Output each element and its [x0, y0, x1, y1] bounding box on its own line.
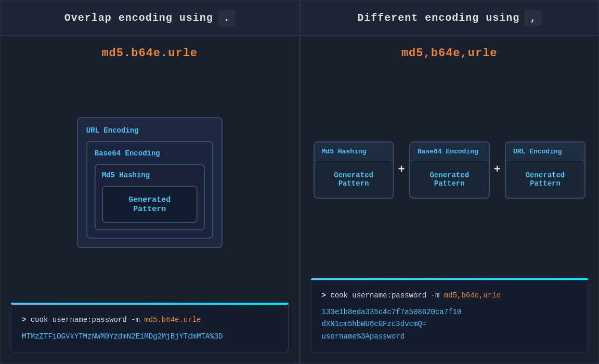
right-encoding-label: md5,b64e,urle: [311, 47, 589, 60]
right-box-url-header: URL Encoding: [506, 142, 584, 161]
right-box-b64-header: Base64 Encoding: [410, 142, 489, 161]
right-box-url-label: URL Encoding: [513, 148, 562, 155]
left-panel-body: md5.b64e.urle URL Encoding Base64 Encodi…: [1, 36, 299, 363]
right-box-url-body: GeneratedPattern: [506, 161, 584, 198]
right-box-md5-pattern: GeneratedPattern: [334, 171, 373, 188]
plus-icon-2: +: [494, 163, 501, 176]
left-panel: Overlap encoding using . md5.b64e.urle U…: [0, 0, 300, 364]
right-terminal-cmd: > cook username:password -m md5,b64e,url…: [322, 290, 578, 302]
url-encoding-box: URL Encoding Base64 Encoding Md5 Hashing…: [77, 117, 223, 248]
left-prompt: >: [22, 316, 26, 324]
right-box-b64: Base64 Encoding GeneratedPattern: [409, 141, 490, 199]
md5-hashing-label: Md5 Hashing: [102, 171, 198, 179]
right-terminal-section: > cook username:password -m md5,b64e,url…: [311, 278, 589, 353]
right-cmd-arg: md5,b64e,urle: [444, 291, 501, 300]
b64-encoding-label: Base64 Encoding: [95, 149, 205, 158]
left-nested-container: URL Encoding Base64 Encoding Md5 Hashing…: [11, 72, 289, 292]
left-terminal-box: > cook username:password -m md5.b64e.url…: [11, 305, 289, 353]
b64-encoding-box: Base64 Encoding Md5 Hashing GeneratedPat…: [86, 141, 213, 239]
generated-pattern-text: GeneratedPattern: [128, 196, 171, 214]
right-horizontal-boxes: Md5 Hashing GeneratedPattern + Base64 En…: [311, 72, 589, 268]
right-prompt: >: [322, 291, 326, 300]
left-cmd-cook: cook username:password -m: [31, 316, 144, 324]
right-header-badge: ,: [525, 10, 541, 26]
main-container: Overlap encoding using . md5.b64e.urle U…: [0, 0, 599, 364]
right-box-md5-body: GeneratedPattern: [315, 161, 393, 198]
plus-icon-1: +: [398, 163, 405, 176]
right-box-md5-label: Md5 Hashing: [322, 148, 367, 155]
right-box-md5: Md5 Hashing GeneratedPattern: [314, 141, 394, 199]
url-encoding-label: URL Encoding: [86, 126, 213, 135]
md5-hashing-box: Md5 Hashing GeneratedPattern: [95, 164, 205, 230]
right-panel: Different encoding using , md5,b64e,urle…: [300, 0, 600, 364]
left-terminal-output: MTMzZTFiOGVkYTMzNWM0YzdmN2E1MDg2MjBjYTdm…: [22, 331, 278, 343]
right-box-md5-header: Md5 Hashing: [315, 142, 393, 161]
generated-pattern-box: GeneratedPattern: [102, 186, 198, 223]
right-panel-body: md5,b64e,urle Md5 Hashing GeneratedPatte…: [301, 36, 599, 363]
right-box-b64-body: GeneratedPattern: [410, 161, 489, 198]
right-panel-header: Different encoding using ,: [301, 1, 599, 36]
left-panel-header: Overlap encoding using .: [1, 1, 299, 36]
left-header-text: Overlap encoding using: [64, 12, 213, 24]
right-box-b64-pattern: GeneratedPattern: [429, 171, 469, 188]
left-encoding-label: md5.b64e.urle: [11, 47, 289, 60]
right-terminal-output: 133e1b8eda335c4c7f7a508620ca7f10 dXN1cm5…: [322, 306, 578, 343]
left-cmd-arg: md5.b64e.urle: [144, 316, 201, 324]
right-header-text: Different encoding using: [357, 12, 519, 24]
right-cmd-cook: cook username:password -m: [330, 291, 444, 300]
right-box-url-pattern: GeneratedPattern: [526, 171, 565, 188]
h-boxes-row: Md5 Hashing GeneratedPattern + Base64 En…: [314, 141, 585, 199]
left-header-badge: .: [218, 10, 235, 26]
right-box-url: URL Encoding GeneratedPattern: [505, 141, 585, 199]
right-box-b64-label: Base64 Encoding: [418, 148, 478, 155]
left-terminal-cmd: > cook username:password -m md5.b64e.url…: [22, 314, 278, 327]
right-terminal-box: > cook username:password -m md5,b64e,url…: [311, 280, 589, 353]
left-terminal-section: > cook username:password -m md5.b64e.url…: [11, 303, 289, 353]
